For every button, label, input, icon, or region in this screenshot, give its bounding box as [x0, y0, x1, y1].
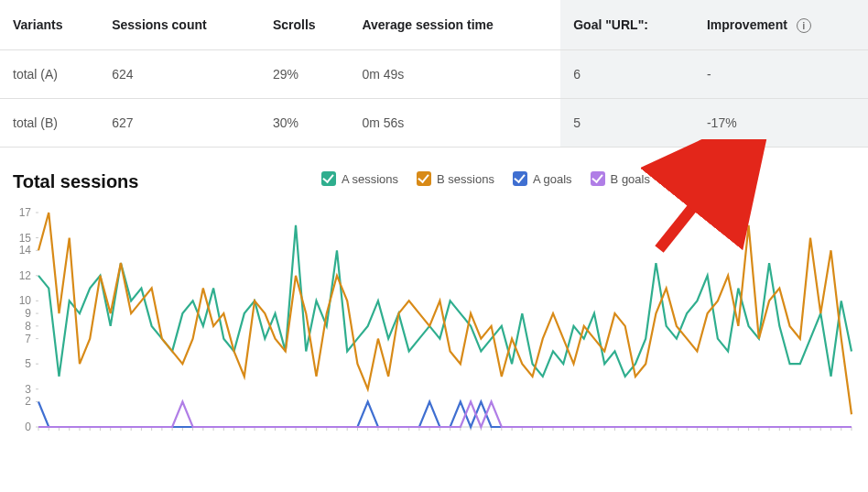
cell-variant: total (A)	[0, 50, 99, 99]
legend-label: A sessions	[342, 172, 398, 186]
legend-label: B goals	[611, 172, 650, 186]
svg-text:9: 9	[25, 307, 31, 320]
col-variants: Variants	[0, 0, 99, 50]
cell-goal: 6	[560, 50, 694, 99]
cell-avg-time: 0m 49s	[349, 50, 560, 99]
cell-variant: total (B)	[0, 99, 99, 148]
svg-text:14: 14	[19, 245, 32, 257]
table-header-row: Variants Sessions count Scrolls Average …	[0, 0, 868, 50]
svg-text:2: 2	[25, 396, 31, 409]
legend-item-a-goals[interactable]: A goals	[513, 171, 572, 186]
svg-text:0: 0	[25, 421, 31, 433]
col-improvement: Improvement i	[694, 0, 868, 50]
table-row: total (A) 624 29% 0m 49s 6 -	[0, 50, 868, 99]
col-improvement-label: Improvement	[707, 17, 787, 32]
legend-label: B sessions	[437, 172, 494, 186]
cell-scrolls: 30%	[260, 99, 349, 148]
cell-improvement: -17%	[694, 99, 868, 148]
cell-scrolls: 29%	[260, 50, 349, 99]
svg-text:3: 3	[25, 383, 31, 396]
svg-text:17: 17	[19, 207, 32, 219]
col-sessions: Sessions count	[99, 0, 260, 50]
col-goal: Goal "URL":	[560, 0, 694, 50]
svg-text:7: 7	[25, 333, 31, 345]
col-scrolls: Scrolls	[260, 0, 349, 50]
checkbox-icon	[321, 171, 336, 186]
legend-label: A goals	[533, 172, 572, 186]
svg-text:10: 10	[19, 295, 32, 308]
cell-goal: 5	[560, 99, 694, 148]
legend-item-a-sessions[interactable]: A sessions	[321, 171, 398, 186]
info-icon[interactable]: i	[797, 18, 811, 33]
checkbox-icon	[513, 171, 527, 186]
checkbox-icon	[591, 171, 605, 186]
checkbox-icon	[417, 171, 431, 186]
variants-table: Variants Sessions count Scrolls Average …	[0, 0, 868, 148]
svg-text:8: 8	[25, 320, 31, 333]
cell-sessions: 627	[99, 99, 260, 148]
cell-improvement: -	[694, 50, 868, 99]
table-row: total (B) 627 30% 0m 56s 5 -17%	[0, 99, 868, 148]
legend-item-b-sessions[interactable]: B sessions	[417, 171, 494, 186]
svg-text:5: 5	[25, 357, 31, 370]
total-sessions-chart[interactable]: 02357891012141517	[13, 207, 855, 436]
cell-sessions: 624	[99, 50, 260, 99]
svg-text:12: 12	[19, 269, 32, 282]
cell-avg-time: 0m 56s	[349, 99, 560, 148]
chart-legend: A sessions B sessions A goals B goals	[321, 171, 650, 186]
svg-text:15: 15	[19, 232, 32, 245]
chart-title: Total sessions	[13, 171, 138, 192]
col-avg-time: Average session time	[349, 0, 560, 50]
legend-item-b-goals[interactable]: B goals	[591, 171, 650, 186]
